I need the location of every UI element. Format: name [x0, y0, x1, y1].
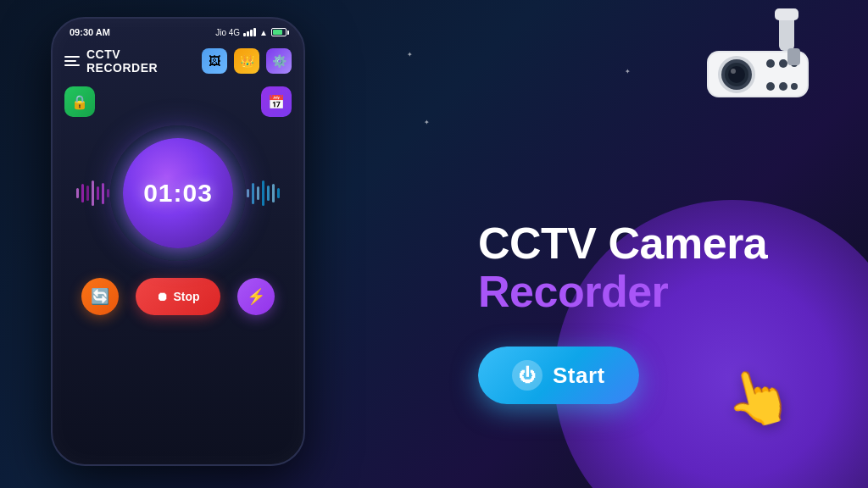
gallery-icon: 🖼 [209, 54, 220, 68]
wifi-icon: ▲ [259, 28, 268, 37]
crown-button[interactable]: 👑 [234, 48, 259, 74]
right-content: CCTV Camera Recorder ⏻ Start 👆 [427, 0, 834, 488]
timer-inner: 01:03 [123, 138, 233, 248]
app-title: CCTV RECORDER [86, 47, 195, 75]
phone-mockup: 09:30 AM Jio 4G ▲ CCTV RECORDER [51, 17, 322, 474]
star-decoration-3: ✦ [625, 68, 631, 75]
schedule-icon: 📅 [268, 94, 285, 110]
refresh-button[interactable]: 🔄 [81, 278, 119, 315]
timer-display: 01:03 [143, 179, 213, 208]
star-decoration: ✦ [407, 51, 413, 58]
lock-button[interactable]: 🔒 [64, 86, 95, 117]
start-label: Start [553, 363, 605, 389]
bottom-controls: 🔄 ⏺ Stop ⚡ [64, 278, 292, 332]
flash-button[interactable]: ⚡ [237, 278, 275, 315]
phone-screen: 09:30 AM Jio 4G ▲ CCTV RECORDER [51, 17, 305, 466]
lock-icon: 🔒 [71, 94, 88, 110]
start-button[interactable]: ⏻ Start [478, 347, 639, 404]
stop-button[interactable]: ⏺ Stop [136, 278, 220, 315]
hand-cursor: 👆 [717, 358, 799, 437]
crown-icon: 👑 [240, 54, 254, 68]
status-right-icons: Jio 4G ▲ [215, 28, 287, 37]
carrier-text: Jio 4G [215, 28, 240, 37]
app-name-line2: Recorder [478, 268, 817, 316]
start-button-wrapper: ⏻ Start 👆 [478, 347, 817, 404]
star-decoration-2: ✦ [424, 119, 430, 126]
battery-icon [271, 28, 287, 36]
status-time: 09:30 AM [70, 27, 110, 37]
app-header: CCTV RECORDER 🖼 👑 ⚙️ [53, 42, 303, 81]
settings-icon: ⚙️ [272, 54, 287, 68]
menu-icon[interactable] [64, 56, 80, 66]
header-icons: 🖼 👑 ⚙️ [202, 48, 292, 74]
settings-button[interactable]: ⚙️ [266, 48, 292, 74]
gallery-button[interactable]: 🖼 [202, 48, 227, 74]
app-name-section: CCTV Camera Recorder [478, 219, 817, 316]
refresh-icon: 🔄 [91, 287, 109, 306]
power-icon: ⏻ [519, 366, 537, 385]
content-top-icons: 🔒 📅 [64, 86, 292, 117]
app-name-purple: Recorder [478, 268, 817, 316]
timer-section: 01:03 [64, 125, 292, 261]
timer-outer-ring: 01:03 [110, 125, 246, 261]
app-name-line1: CCTV Camera [478, 219, 817, 268]
battery-fill [273, 30, 282, 35]
stop-label: Stop [173, 290, 199, 303]
app-content: 🔒 📅 [53, 81, 303, 337]
power-icon-circle: ⏻ [512, 360, 542, 391]
app-name-white: CCTV Camera [478, 219, 767, 268]
status-bar: 09:30 AM Jio 4G ▲ [53, 19, 303, 42]
schedule-button[interactable]: 📅 [261, 86, 292, 117]
signal-icon [243, 28, 256, 36]
flash-icon: ⚡ [247, 287, 265, 306]
stop-record-icon: ⏺ [156, 290, 168, 303]
